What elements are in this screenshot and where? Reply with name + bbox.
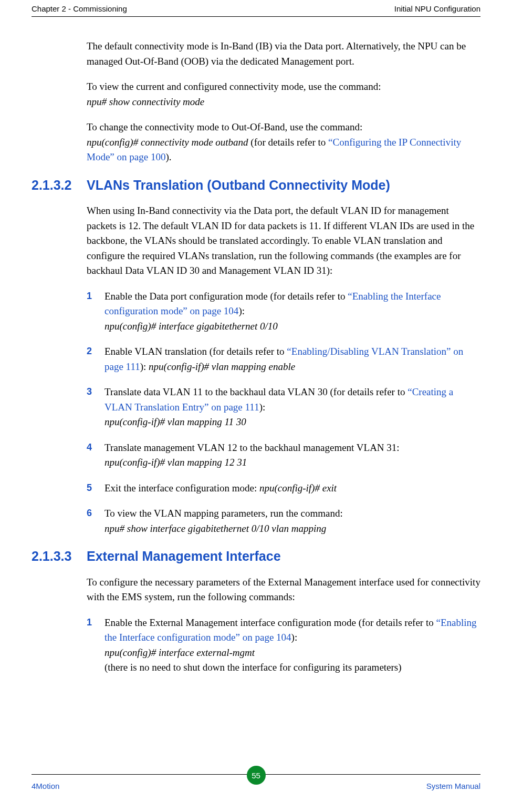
list-item: 3 Translate data VLAN 11 to the backhaul… [87, 385, 480, 430]
footer-left: 4Motion [32, 782, 59, 790]
text: Enable the External Management interface… [105, 617, 436, 628]
command-text: npu(config-if)# vlan mapping enable [149, 361, 295, 372]
page-number-badge: 55 [247, 766, 266, 785]
page-header: Chapter 2 - Commissioning Initial NPU Co… [32, 0, 480, 17]
command-text: npu(config)# interface gigabitethernet 0… [105, 321, 278, 332]
text: To view the VLAN mapping parameters, run… [105, 508, 343, 519]
text: (for details refer to [248, 137, 328, 148]
section-title: VLANs Translation (Outband Connectivity … [87, 176, 390, 196]
text: ): [259, 402, 266, 413]
list-item: 1 Enable the Data port configuration mod… [87, 289, 480, 334]
list-item: 2 Enable VLAN translation (for details r… [87, 344, 480, 374]
text: To change the connectivity mode to Out-O… [87, 121, 362, 132]
command-text: npu# show connectivity mode [87, 96, 204, 107]
paragraph: The default connectivity mode is In-Band… [87, 39, 480, 69]
paragraph: When using In-Band connectivity via the … [87, 203, 480, 279]
command-text: npu(config)# interface external-mgmt [105, 647, 255, 658]
paragraph: To configure the necessary parameters of… [87, 575, 480, 605]
section-title: External Management Interface [87, 547, 281, 567]
text: Translate management VLAN 12 to the back… [105, 442, 400, 453]
step-number: 1 [87, 289, 92, 303]
page-footer: 4Motion 55 System Manual [0, 774, 512, 796]
command-text: npu(config-if)# vlan mapping 12 31 [105, 457, 247, 468]
section-heading: 2.1.3.2 VLANs Translation (Outband Conne… [32, 176, 480, 196]
text: Translate data VLAN 11 to the backhaul d… [105, 386, 407, 397]
text: To view the current and configured conne… [87, 81, 381, 92]
step-number: 5 [87, 481, 92, 495]
step-number: 1 [87, 615, 92, 630]
list-item: 6 To view the VLAN mapping parameters, r… [87, 506, 480, 536]
list-item: 4 Translate management VLAN 12 to the ba… [87, 440, 480, 470]
text: ): [238, 305, 245, 316]
text: Enable the Data port configuration mode … [105, 291, 348, 302]
step-number: 3 [87, 385, 92, 399]
list-item: 5 Exit the interface configuration mode:… [87, 481, 480, 496]
ordered-steps: 1 Enable the External Management interfa… [87, 615, 480, 675]
step-number: 4 [87, 440, 92, 455]
paragraph: To change the connectivity mode to Out-O… [87, 120, 480, 165]
text: ): [140, 361, 149, 372]
body-content: The default connectivity mode is In-Band… [32, 17, 480, 675]
step-number: 6 [87, 506, 92, 520]
step-number: 2 [87, 344, 92, 358]
paragraph: To view the current and configured conne… [87, 79, 480, 109]
text: (there is no need to shut down the inter… [105, 662, 402, 673]
command-text: npu(config-if)# vlan mapping 11 30 [105, 416, 246, 427]
list-item: 1 Enable the External Management interfa… [87, 615, 480, 675]
section-heading: 2.1.3.3 External Management Interface [32, 547, 480, 567]
text: Enable VLAN translation (for details ref… [105, 346, 287, 357]
command-text: npu(config-if)# exit [259, 482, 337, 494]
text: ). [165, 151, 171, 162]
page-number: 55 [252, 771, 260, 780]
header-left: Chapter 2 - Commissioning [32, 4, 127, 13]
footer-right: System Manual [426, 782, 480, 790]
text: Exit the interface configuration mode: [105, 482, 259, 494]
command-text: npu# show interface gigabitethernet 0/10… [105, 523, 326, 534]
text: ): [291, 632, 298, 643]
ordered-steps: 1 Enable the Data port configuration mod… [87, 289, 480, 537]
section-number: 2.1.3.2 [32, 176, 87, 196]
command-text: npu(config)# connectivity mode outband [87, 137, 248, 148]
header-right: Initial NPU Configuration [394, 4, 480, 13]
section-number: 2.1.3.3 [32, 547, 87, 567]
